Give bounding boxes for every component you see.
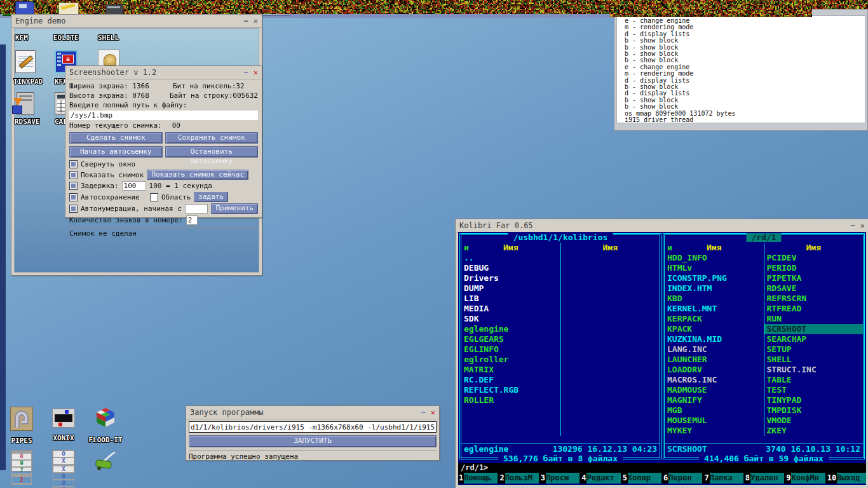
close-icon[interactable]: ✕ xyxy=(860,221,865,230)
fkey-button[interactable]: 10 Выход xyxy=(827,473,866,484)
file-item[interactable]: REFLECT.RGB xyxy=(461,385,560,395)
desktop-icon-pipes[interactable]: PIPES xyxy=(1,407,42,445)
desktop-icon-floodit[interactable]: FLOOD-IT xyxy=(85,407,126,444)
file-item[interactable]: RUN xyxy=(764,314,864,324)
file-item[interactable]: SETUP xyxy=(764,344,864,355)
column-header[interactable]: Имя xyxy=(764,243,864,253)
fkey-button[interactable]: 2 ПользМ xyxy=(499,473,538,484)
file-item[interactable]: MEDIA xyxy=(461,304,560,314)
file-item[interactable]: KBD xyxy=(665,294,764,304)
file-item[interactable]: RC.DEF xyxy=(461,375,560,385)
column-header[interactable]: Имя xyxy=(561,243,660,253)
autosave-checkbox[interactable] xyxy=(69,193,78,201)
file-item[interactable]: TEST xyxy=(764,385,864,395)
set-area-button[interactable]: задать xyxy=(194,192,228,202)
file-item[interactable]: KUZKINA.MID xyxy=(665,334,764,344)
file-item[interactable]: TMPDISK xyxy=(764,405,864,416)
command-line[interactable]: /rd/1> xyxy=(458,463,866,473)
minimize-icon[interactable]: − xyxy=(851,221,855,230)
file-item[interactable]: KERPACK xyxy=(665,314,764,324)
file-item[interactable]: DEBUG xyxy=(461,263,560,273)
desktop-icon-mower[interactable] xyxy=(85,451,126,474)
icon-label-rdsave[interactable]: RDSAVE xyxy=(15,118,40,126)
file-item[interactable]: SEARCHAP xyxy=(764,334,864,344)
floodit-icon[interactable] xyxy=(93,407,118,432)
xonix-icon[interactable] xyxy=(52,409,75,428)
mower-icon[interactable] xyxy=(93,451,118,474)
file-item[interactable]: LAUNCHER xyxy=(665,355,764,365)
stop-auto-button[interactable]: Остановить автосъемку xyxy=(165,146,259,158)
tictactoe-icon[interactable]: OXXOOXOX xyxy=(52,450,75,473)
file-item[interactable]: TABLE xyxy=(764,375,864,385)
file-item[interactable]: RDSAVE xyxy=(764,283,864,294)
file-item[interactable]: EGLGEARS xyxy=(461,334,560,344)
minimize-window-checkbox[interactable] xyxy=(69,160,78,168)
kfm-icon[interactable] xyxy=(15,1,34,15)
file-item[interactable]: PCIDEV xyxy=(764,253,864,263)
right-panel-path[interactable]: /rd/1 xyxy=(746,233,781,242)
file-item[interactable]: PIPETKA xyxy=(764,273,864,283)
left-panel-path[interactable]: /usbhd1/1/kolibrios xyxy=(508,233,613,242)
file-item[interactable]: MACROS.INC xyxy=(665,375,764,385)
fkey-button[interactable]: 3 Просм xyxy=(540,473,580,484)
file-item[interactable]: EGLINFO xyxy=(461,344,560,355)
file-item[interactable]: STRUCT.INC xyxy=(764,365,864,375)
show-shot-checkbox[interactable] xyxy=(69,171,78,179)
digits-input[interactable]: 2 xyxy=(186,215,198,225)
far-titlebar[interactable]: Kolibri Far 0.65 − ✕ xyxy=(456,219,868,233)
file-item[interactable]: .. xyxy=(461,253,560,263)
shell-icon[interactable] xyxy=(105,4,123,15)
file-item[interactable]: PERIOD xyxy=(764,263,864,273)
engine-demo-titlebar[interactable]: Engine demo − ✕ xyxy=(11,15,262,28)
close-icon[interactable]: ✕ xyxy=(254,17,258,25)
sudoku-icon[interactable]: 8 9 7 2 xyxy=(11,450,32,471)
run-dialog-titlebar[interactable]: Запуск программы − ✕ xyxy=(186,406,439,419)
make-shot-button[interactable]: Сделать снимок экрана xyxy=(69,132,163,144)
close-icon[interactable]: ✕ xyxy=(431,408,435,417)
fkey-button[interactable]: 7 Папка xyxy=(703,473,743,484)
desktop-icon-tictactoe[interactable]: OXXOOXOX xyxy=(43,450,84,488)
screenshooter-titlebar[interactable]: Screenshooter v 1.2 − ✕ xyxy=(65,66,262,79)
minimize-icon[interactable]: − xyxy=(421,408,426,417)
file-item[interactable]: INDEX.HTM xyxy=(665,283,764,294)
delay-input[interactable]: 100 xyxy=(122,181,146,191)
file-item[interactable]: MAGNIFY xyxy=(665,395,764,405)
minimize-icon[interactable]: − xyxy=(244,17,248,25)
file-item[interactable]: eglroller xyxy=(461,355,560,365)
file-item[interactable]: eglengine xyxy=(461,324,560,334)
desktop-icon-xonix[interactable]: XONIX xyxy=(43,409,84,442)
fkey-button[interactable]: 1 Помощь xyxy=(458,473,498,484)
close-icon[interactable]: ✕ xyxy=(254,68,258,77)
file-item[interactable]: MADMOUSE xyxy=(665,385,764,395)
file-item[interactable]: HDD_INFO xyxy=(665,253,764,263)
apply-button[interactable]: Применить xyxy=(211,203,258,214)
column-header[interactable]: и Имя xyxy=(665,243,764,253)
pipes-icon[interactable] xyxy=(10,407,33,431)
file-item[interactable]: KERNEL.MNT xyxy=(665,304,764,314)
file-item[interactable]: VMODE xyxy=(764,416,864,426)
file-item[interactable]: MATRIX xyxy=(461,365,560,375)
file-item[interactable]: SDK xyxy=(461,314,560,324)
file-item[interactable]: MYKEY xyxy=(665,426,764,436)
icon-label-shell[interactable]: SHELL xyxy=(98,34,119,42)
fkey-button[interactable]: 9 КонфМн xyxy=(785,473,825,484)
rdsave-icon[interactable] xyxy=(17,92,34,115)
tinypad-icon[interactable] xyxy=(15,50,36,73)
file-item[interactable]: RTFREAD xyxy=(764,304,864,314)
icon-label-eolite[interactable]: EOLITE xyxy=(53,34,79,42)
eolite-icon[interactable] xyxy=(58,3,79,15)
autonumber-input[interactable] xyxy=(185,204,208,214)
save-shot-button[interactable]: Сохранить снимок экрана xyxy=(165,132,259,144)
fkey-button[interactable]: 6 Перен xyxy=(663,473,702,484)
file-item[interactable]: REFRSCRN xyxy=(764,294,864,304)
file-item[interactable]: Drivers xyxy=(461,273,560,283)
file-item[interactable]: KPACK xyxy=(665,324,764,334)
start-auto-button[interactable]: Начать автосъемку xyxy=(69,146,163,158)
file-item[interactable]: ICONSTRP.PNG xyxy=(665,273,764,283)
show-shot-now-button[interactable]: Показать снимок сейчас xyxy=(147,170,248,180)
shell-app-icon[interactable] xyxy=(98,50,119,67)
column-header[interactable]: и Имя xyxy=(461,243,560,253)
fkey-button[interactable]: 4 Редакт xyxy=(581,473,620,484)
command-input[interactable]: d1/1/kolibrios/drivers/i915 -m1366x768x6… xyxy=(189,421,437,433)
file-item[interactable]: TINYPAD xyxy=(764,395,864,405)
